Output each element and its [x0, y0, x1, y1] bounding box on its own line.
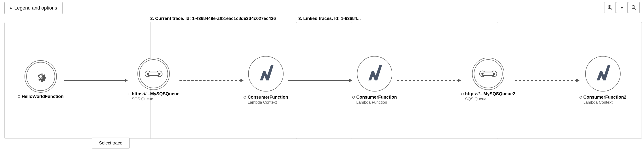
svg-point-8 [145, 71, 151, 77]
connector-1-arrow [125, 79, 128, 82]
node-sqs1-name: https://...MySQSQueue [132, 91, 180, 96]
node-sqs1: https://...MySQSQueue SQS Queue [128, 59, 180, 102]
node-consumer3-label: ConsumerFunction2 Lambda Context [580, 95, 626, 105]
svg-point-16 [491, 71, 497, 77]
lambda-icon-2 [365, 64, 384, 83]
node-consumer3: ConsumerFunction2 Lambda Context [580, 56, 626, 105]
node-consumer3-dot [580, 96, 582, 99]
node-hello: HelloWorldFunction [18, 62, 64, 99]
node-sqs1-label: https://...MySQSQueue SQS Queue [128, 91, 180, 102]
node-sqs1-circle [139, 59, 168, 88]
diagram-area: HelloWorldFunction [0, 22, 644, 139]
node-consumer3-circle [585, 56, 620, 92]
node-consumer1-name: ConsumerFunction [248, 95, 288, 100]
zoom-center-button[interactable] [616, 2, 628, 13]
node-sqs2-name: https://...MySQSQueue2 [465, 91, 515, 96]
connector-5 [515, 79, 580, 82]
node-sqs1-dot [128, 93, 130, 95]
lambda-icon-3 [594, 64, 612, 83]
node-sqs2: https://...MySQSQueue2 SQS Queue [461, 59, 515, 102]
svg-point-4 [621, 7, 623, 9]
node-consumer3-type: Lambda Context [584, 100, 612, 105]
lambda-icon-1 [256, 64, 275, 83]
node-consumer2-circle [357, 56, 392, 92]
connector-5-line [515, 80, 576, 81]
zoom-controls [604, 2, 640, 13]
node-consumer1-label: ConsumerFunction Lambda Context [244, 95, 288, 105]
node-consumer3-name: ConsumerFunction2 [584, 95, 626, 100]
node-consumer2-dot [352, 96, 355, 99]
svg-line-6 [634, 8, 636, 10]
sqs-icon-2 [479, 69, 497, 78]
node-consumer1-type: Lambda Context [248, 100, 277, 105]
connector-1 [64, 79, 128, 82]
node-consumer1: ConsumerFunction Lambda Context [244, 56, 288, 105]
node-sqs2-dot [461, 93, 464, 95]
node-sqs2-circle [474, 59, 502, 88]
svg-line-1 [611, 8, 612, 10]
connector-1-line [64, 80, 125, 81]
connector-2-arrow [240, 79, 244, 82]
connector-3-arrow [349, 79, 352, 82]
svg-rect-17 [482, 72, 494, 75]
node-hello-label: HelloWorldFunction [18, 94, 64, 99]
svg-point-20 [481, 73, 484, 75]
connector-3 [288, 79, 352, 82]
node-consumer1-circle [248, 56, 284, 92]
connector-4 [397, 79, 461, 82]
zoom-out-button[interactable] [628, 2, 640, 13]
legend-arrow-icon: ▶ [10, 7, 12, 10]
node-consumer2: ConsumerFunction Lambda Function [352, 56, 397, 105]
select-trace-button[interactable]: Select trace [92, 138, 130, 148]
svg-point-13 [147, 73, 149, 75]
node-sqs2-label: https://...MySQSQueue2 SQS Queue [461, 91, 515, 102]
gear-icon [34, 70, 47, 83]
sqs-icon [145, 69, 162, 78]
svg-point-9 [156, 71, 162, 77]
node-sqs2-type: SQS Queue [465, 97, 486, 102]
svg-point-15 [480, 71, 485, 77]
connector-2 [180, 79, 244, 82]
legend-label: Legend and options [14, 5, 57, 11]
connector-4-arrow [458, 79, 461, 82]
node-sqs1-type: SQS Queue [132, 97, 153, 102]
node-consumer2-label: ConsumerFunction Lambda Function [352, 95, 397, 105]
node-hello-dot [18, 95, 20, 98]
node-consumer2-type: Lambda Function [356, 100, 387, 105]
connector-2-line [180, 80, 241, 81]
node-hello-name: HelloWorldFunction [22, 94, 64, 99]
nodes-row: HelloWorldFunction [0, 56, 644, 105]
connector-4-line [397, 80, 458, 81]
node-consumer2-name: ConsumerFunction [356, 95, 397, 100]
svg-rect-10 [148, 72, 159, 75]
svg-point-21 [493, 73, 495, 75]
connector-5-arrow [576, 79, 580, 82]
main-container: ▶ Legend and options 2. Curr [0, 0, 644, 152]
section-1-label: 2. Current trace. Id: 1-4368449e-afb1eac… [150, 16, 276, 21]
connector-3-line [288, 80, 350, 81]
svg-point-14 [158, 73, 160, 75]
legend-panel[interactable]: ▶ Legend and options [4, 2, 62, 14]
zoom-in-button[interactable] [604, 2, 616, 13]
node-consumer1-dot [244, 96, 246, 99]
node-hello-circle [26, 62, 55, 91]
section-2-label: 3. Linked traces. Id: 1-63684... [298, 16, 361, 21]
